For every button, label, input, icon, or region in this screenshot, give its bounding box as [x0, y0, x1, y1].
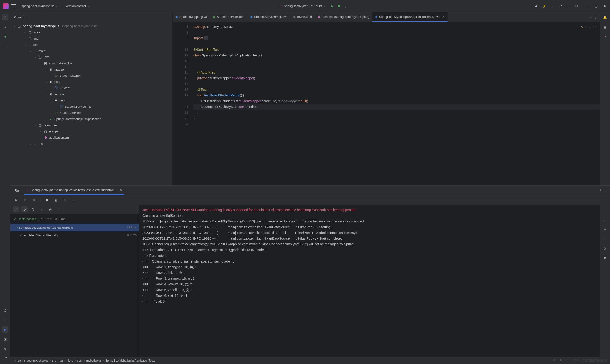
test-suite-row[interactable]: ⌄ ✓ SpringBootMybatisplusApplicationTest… [11, 224, 139, 231]
clear-icon[interactable]: 🗑 [602, 255, 608, 261]
scroll-down-icon[interactable]: ↓ [602, 217, 608, 223]
watermark: CSDN @怪只怪这江南的雨 [572, 359, 607, 363]
search-icon[interactable]: ⌕ [566, 4, 571, 9]
expand-icon[interactable]: ⤢ [39, 206, 45, 212]
stop-icon[interactable]: ■ [31, 197, 37, 203]
problems-icon[interactable]: ⊘ [2, 345, 8, 351]
rerun-icon[interactable]: ↻ [13, 197, 19, 203]
more-actions-icon[interactable]: ⋮ [343, 4, 348, 9]
tree-item[interactable]: ›▢.mvn [11, 35, 172, 41]
toggle-auto-test-icon[interactable]: ⬢ [44, 197, 50, 203]
database-icon[interactable]: ▤ [602, 24, 608, 30]
editor-tab[interactable]: ◉SpringBootMybatisplusApplicationTests.j… [372, 13, 447, 22]
tree-item[interactable]: ›▢.idea [11, 29, 172, 35]
vcs-selector[interactable]: Version control ⌄ [63, 3, 91, 9]
run-hide-icon[interactable]: — [605, 189, 608, 192]
tree-item[interactable]: ⌄▣pojo [11, 78, 172, 85]
run-tab[interactable]: ⬡ SpringBootMybatisplusApplicationTests.… [24, 186, 124, 195]
breadcrumb[interactable]: spring-boot-mybatisplus›src›test›java›co… [18, 359, 155, 362]
project-tree: ⌄ ▢ spring-boot-mybatisplus D:\spring-bo… [11, 22, 172, 185]
tab-dropdown-icon[interactable]: ⌄ [589, 15, 592, 19]
tool-window-icon[interactable]: ▢ [13, 359, 16, 362]
console-output[interactable]: Java HotSpot(TM) 64-Bit Server VM warnin… [139, 205, 599, 357]
run-tool-icon[interactable]: ▶ [2, 326, 8, 333]
project-selector[interactable]: spring-boot-mybatisplus ⌄ [19, 3, 60, 9]
tree-item[interactable]: ⒾStudentMapper [11, 72, 172, 78]
more-icon[interactable]: ⋮ [56, 206, 62, 212]
scroll-up-icon[interactable]: ↑ [602, 207, 608, 213]
sort-icon[interactable]: ⇅ [30, 206, 36, 212]
bookmarks-icon[interactable]: ⊤ [2, 317, 8, 323]
main-menu-icon[interactable] [12, 4, 16, 8]
editor-inspection[interactable]: ⚠ 1 ︿ ﹀ [581, 24, 596, 30]
tree-item[interactable]: ⒸStudent [11, 85, 172, 91]
tree-item[interactable]: ⌄▣impl [11, 97, 172, 104]
debug-button[interactable]: ⬢ [337, 4, 341, 9]
code-editor[interactable]: 123 1112 131415 161718 192021 222324 pac… [172, 22, 599, 185]
project-tool-icon[interactable]: ▢ [2, 14, 8, 21]
minimize-button[interactable]: — [585, 4, 590, 9]
editor-tab[interactable]: ◉pom.xml (spring-boot-mybatisplus) [315, 13, 372, 22]
close-button[interactable]: ✕ [602, 4, 607, 9]
code-content[interactable]: package com.mybatisplus; import ... @Spr… [192, 22, 599, 185]
test-case-row[interactable]: ✓ testSelectStudentReList() 883 ms [11, 231, 139, 239]
tree-item[interactable]: ⌄▢test [11, 141, 172, 147]
tree-item[interactable]: ⌄▢resources [11, 122, 172, 128]
tree-item[interactable]: ›▢mapper [11, 128, 172, 134]
show-ignored-icon[interactable]: ⊘ [21, 206, 28, 212]
scroll-end-icon[interactable]: ⤓ [602, 236, 608, 242]
print-icon[interactable]: ⎙ [602, 245, 608, 251]
line-separator[interactable]: LF [552, 359, 556, 363]
soft-wrap-icon[interactable]: ↩ [602, 226, 608, 232]
tree-item[interactable]: ⒾStudentService [11, 110, 172, 116]
tree-item[interactable]: ▸SpringBootMybatisplusApplication [11, 116, 172, 122]
maven-icon[interactable]: m [602, 33, 608, 39]
run-label: Run [13, 188, 22, 193]
tree-item[interactable]: ⌄▢java [11, 54, 172, 60]
terminal-icon[interactable]: ▣ [2, 336, 8, 342]
tree-item[interactable]: ⌄▣mapper [11, 66, 172, 72]
updates-icon[interactable]: ⚡ [542, 4, 547, 9]
project-header[interactable]: Project ⌄ [11, 13, 172, 22]
back-icon[interactable]: ↶ [558, 4, 563, 9]
tree-root[interactable]: ⌄ ▢ spring-boot-mybatisplus D:\spring-bo… [11, 23, 172, 29]
app-icon [3, 3, 9, 9]
show-passed-icon[interactable]: ✓ [13, 206, 19, 212]
tree-item[interactable]: ⌄▣service [11, 91, 172, 97]
close-tab-icon[interactable]: ✕ [442, 15, 445, 19]
close-tab-icon[interactable]: ✕ [119, 188, 122, 192]
notifications-icon[interactable]: 🔔 [602, 14, 608, 21]
prev-highlight-icon[interactable]: ︿ [589, 24, 591, 30]
rerun-failed-icon[interactable]: ⟳ [22, 197, 28, 203]
run-more-icon[interactable]: ⋮ [599, 189, 602, 192]
editor-tab[interactable]: ◉StudentServiceImpl.java [247, 13, 290, 22]
structure-tool-icon[interactable]: ⬗ [2, 33, 8, 39]
encoding[interactable]: UTF-8 [560, 359, 568, 363]
editor-tab[interactable]: ◉StudentMapper.java [172, 13, 210, 22]
editor-tab[interactable]: ◉mvnw.cmd [290, 13, 314, 22]
run-button[interactable]: ▶ [330, 4, 335, 9]
run-config-selector[interactable]: ⬡ SpringBootMybati...ntReList ⌄ [277, 3, 328, 9]
settings-icon[interactable]: ⚙ [574, 4, 579, 9]
code-with-me-icon[interactable]: ◆ [534, 4, 539, 9]
dump-icon[interactable]: ▣ [53, 197, 59, 203]
history-icon[interactable]: ◷ [47, 206, 53, 212]
maximize-button[interactable]: ▢ [594, 4, 598, 9]
import-icon[interactable]: ⎘ [62, 197, 68, 203]
git-icon[interactable]: ⎇ [2, 355, 8, 361]
run-tabs: Run ⬡ SpringBootMybatisplusApplicationTe… [11, 186, 610, 195]
tree-item[interactable]: ⬢application.yml [11, 134, 172, 141]
editor-tab[interactable]: ◉StudentService.java [210, 13, 247, 22]
more-tool-icon[interactable]: ⋯ [2, 43, 8, 49]
tree-item[interactable]: ⌄▢src [11, 41, 172, 48]
tree-item[interactable]: ⌄▣com.mybatisplus [11, 60, 172, 66]
next-highlight-icon[interactable]: ﹀ [593, 24, 596, 30]
tab-more-icon[interactable]: ⋮ [594, 15, 597, 19]
commit-tool-icon[interactable]: ○ [2, 24, 8, 30]
services-icon[interactable]: ⬡ [2, 307, 8, 313]
warning-icon: ⚠ [581, 24, 583, 30]
tree-item[interactable]: ⒸStudentServiceImpl [11, 104, 172, 110]
tree-item[interactable]: ⌄▢main [11, 48, 172, 54]
ai-icon[interactable]: ⬨ [550, 4, 555, 9]
more-icon[interactable]: ⋮ [71, 197, 77, 203]
